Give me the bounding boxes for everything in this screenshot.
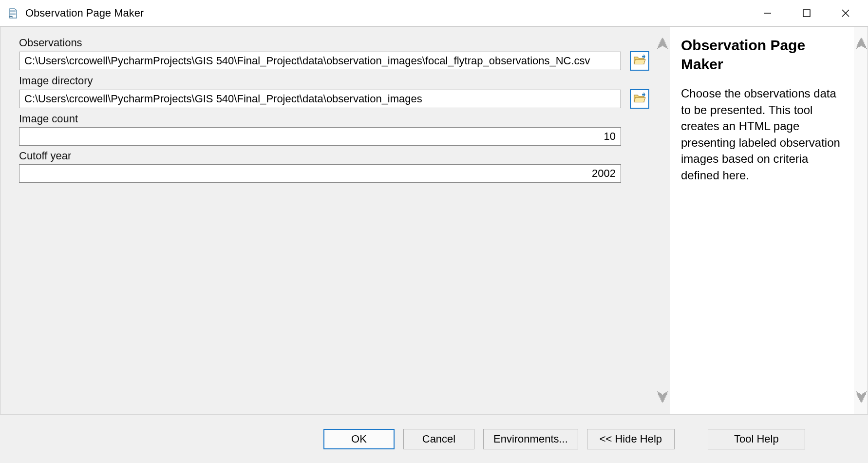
help-scrollbar: ⮝ ⮟ <box>854 27 868 414</box>
image-directory-input[interactable] <box>19 90 621 108</box>
form-scrollbar: ⮝ ⮟ <box>655 27 670 414</box>
maximize-button[interactable] <box>787 0 826 26</box>
cutoff-year-field: Cutoff year <box>19 150 649 183</box>
main-area: Observations Image <box>0 26 868 414</box>
window-controls <box>748 0 865 26</box>
form-area: Observations Image <box>0 27 655 414</box>
parameter-panel: Observations Image <box>0 26 670 414</box>
cutoff-year-label: Cutoff year <box>19 150 649 162</box>
tool-help-button[interactable]: Tool Help <box>708 429 805 449</box>
image-count-input[interactable] <box>19 127 621 146</box>
environments-button[interactable]: Environments... <box>483 429 578 449</box>
observations-label: Observations <box>19 37 649 49</box>
cancel-button[interactable]: Cancel <box>403 429 474 449</box>
scroll-up-icon[interactable]: ⮝ <box>855 36 867 52</box>
image-directory-browse-button[interactable] <box>630 89 649 109</box>
title-bar: Observation Page Maker <box>0 0 868 26</box>
minimize-button[interactable] <box>748 0 787 26</box>
image-count-label: Image count <box>19 113 649 125</box>
close-button[interactable] <box>826 0 865 26</box>
image-directory-field: Image directory <box>19 75 649 109</box>
folder-open-icon <box>633 92 646 106</box>
help-panel: Observation Page Maker Choose the observ… <box>670 26 868 414</box>
folder-open-icon <box>633 54 646 68</box>
scroll-up-icon[interactable]: ⮝ <box>656 36 669 52</box>
button-bar: OK Cancel Environments... << Hide Help T… <box>0 414 868 463</box>
svg-rect-1 <box>803 10 810 17</box>
observations-browse-button[interactable] <box>630 51 649 71</box>
window-title: Observation Page Maker <box>25 7 748 19</box>
help-title: Observation Page Maker <box>681 36 845 74</box>
help-description: Choose the observations data to be prese… <box>681 85 845 184</box>
observations-input[interactable] <box>19 52 621 70</box>
cutoff-year-input[interactable] <box>19 164 621 183</box>
scroll-down-icon[interactable]: ⮟ <box>855 389 867 405</box>
hide-help-button[interactable]: << Hide Help <box>587 429 675 449</box>
image-count-field: Image count <box>19 113 649 146</box>
ok-button[interactable]: OK <box>323 429 395 449</box>
observations-field: Observations <box>19 37 649 71</box>
help-content: Observation Page Maker Choose the observ… <box>670 27 854 414</box>
app-icon <box>8 7 19 19</box>
image-directory-label: Image directory <box>19 75 649 87</box>
scroll-down-icon[interactable]: ⮟ <box>656 389 669 405</box>
